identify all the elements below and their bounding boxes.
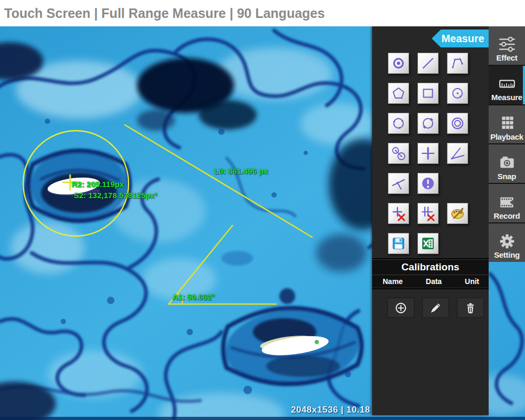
circle-distance-icon: [391, 145, 406, 161]
tool-circle-distance[interactable]: [388, 143, 409, 164]
tool-circle-3point[interactable]: [388, 113, 409, 134]
calibrations-col-data: Data: [426, 277, 442, 286]
grid-icon: [498, 115, 517, 132]
angle-value-label: A1: 50.662°: [172, 292, 215, 301]
circle-3point-icon: [391, 115, 406, 131]
save-icon: [391, 236, 406, 251]
tool-polygon[interactable]: [388, 83, 409, 104]
perpendicular-tool-icon: [391, 175, 406, 191]
tool-delete-measure[interactable]: [388, 203, 409, 224]
tab-setting-label: Setting: [494, 251, 520, 260]
tool-info[interactable]: [417, 173, 439, 194]
tool-circle-rotate[interactable]: [417, 113, 439, 134]
tab-playback[interactable]: Playback: [489, 105, 525, 144]
delete-calibration-button[interactable]: [457, 298, 484, 318]
tab-effect-label: Effect: [497, 54, 518, 63]
edit-calibration-button[interactable]: [422, 298, 449, 318]
info-icon: [420, 175, 436, 191]
circle-rotate-icon: [420, 115, 436, 131]
calibrations-title: Calibrations: [372, 259, 489, 275]
measure-tools-grid: [388, 53, 468, 254]
tool-angle[interactable]: [447, 143, 468, 164]
calibrations-col-unit: Unit: [465, 277, 479, 286]
tab-record-label: Record: [494, 212, 520, 221]
measure-panel-header[interactable]: Measure: [432, 30, 489, 47]
tool-rectangle[interactable]: [417, 83, 439, 104]
tool-line[interactable]: [417, 53, 439, 74]
circle-radius-label: R2: 205.119px: [72, 180, 124, 189]
camera-stage: R2: 205.119px S2: 132,178.578125px² L0: …: [0, 26, 525, 420]
tool-delete-all-measures[interactable]: [417, 203, 439, 224]
plus-circle-icon: [394, 301, 407, 315]
tool-annulus[interactable]: [447, 113, 468, 134]
line-tool-icon: [420, 55, 436, 71]
excel-icon: [420, 236, 436, 251]
gear-icon: [498, 233, 517, 250]
tab-setting[interactable]: Setting: [489, 223, 525, 262]
title-bar: Touch Screen | Full Range Measure | 90 L…: [0, 0, 525, 26]
point-circle-icon: [391, 55, 406, 71]
tool-palette[interactable]: [447, 203, 468, 224]
pencil-icon: [429, 301, 442, 315]
tab-record[interactable]: Record: [489, 184, 525, 222]
polygon-tool-icon: [391, 85, 406, 101]
rectangle-tool-icon: [420, 85, 436, 101]
page-title: Touch Screen | Full Range Measure | 90 L…: [4, 6, 325, 21]
mode-tab-rail: Effect Measure Playback: [489, 26, 525, 262]
tab-effect[interactable]: Effect: [489, 26, 525, 65]
tab-snap-label: Snap: [498, 172, 516, 181]
camera-icon: [498, 154, 517, 171]
tool-cross-ruler[interactable]: [417, 143, 439, 164]
tab-measure[interactable]: Measure: [489, 66, 525, 104]
annulus-tool-icon: [450, 115, 465, 131]
add-calibration-button[interactable]: [387, 298, 414, 318]
tool-polyline[interactable]: [447, 53, 468, 74]
tool-point-circle[interactable]: [388, 53, 409, 74]
calibrations-band: Calibrations Name Data Unit: [372, 258, 489, 289]
circle-center-icon: [450, 85, 465, 101]
tab-snap[interactable]: Snap: [489, 144, 525, 183]
angle-tool-icon: [450, 145, 465, 161]
measure-panel-header-label: Measure: [441, 33, 484, 45]
sliders-icon: [498, 36, 517, 53]
calibrations-column-headers: Name Data Unit: [372, 275, 489, 289]
tool-circle-center[interactable]: [447, 83, 468, 104]
delete-measure-icon: [391, 206, 406, 221]
tab-playback-label: Playback: [490, 133, 523, 142]
trash-icon: [464, 301, 477, 315]
line-length-label: L0: 861.496 px: [214, 167, 268, 175]
cross-ruler-icon: [420, 145, 436, 161]
calibrations-section: Calibrations Name Data Unit: [372, 258, 489, 318]
ruler-icon: [498, 75, 517, 92]
polyline-tool-icon: [450, 55, 465, 71]
tool-export-excel[interactable]: [417, 233, 439, 254]
calibrations-col-name: Name: [383, 277, 403, 286]
calibrations-actions: [372, 289, 489, 318]
tool-perpendicular[interactable]: [388, 173, 409, 194]
palette-icon: [450, 206, 465, 221]
measure-panel: Measure: [372, 26, 489, 415]
film-icon: [498, 194, 517, 211]
tool-save[interactable]: [388, 233, 409, 254]
delete-all-icon: [420, 206, 436, 221]
circle-area-label: S2: 132,178.578125px²: [74, 191, 157, 200]
tab-measure-label: Measure: [491, 93, 522, 102]
